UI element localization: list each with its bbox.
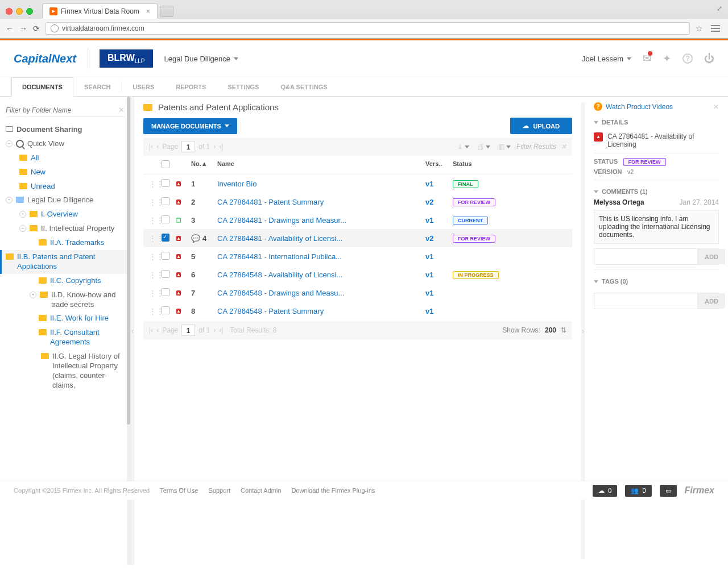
document-version[interactable]: v1 (425, 307, 453, 315)
watch-videos-link[interactable]: ? Watch Product Videos ✕ (594, 102, 719, 111)
add-comment-button[interactable]: ADD (697, 249, 725, 264)
col-name[interactable]: Name (217, 160, 425, 169)
document-name[interactable]: CA 27864481 - Drawings and Measur... (217, 216, 425, 225)
window-controls[interactable] (6, 8, 33, 15)
col-no[interactable]: No.▲ (191, 160, 217, 169)
next-page-icon[interactable]: › (213, 143, 216, 151)
table-row[interactable]: ⋮⋮▲1Inventor Biov1FINAL (143, 174, 572, 193)
document-name[interactable]: CA 27864481 - International Publica... (217, 252, 425, 261)
tab-search[interactable]: SEARCH (73, 77, 121, 96)
footer-download-plugins[interactable]: Download the Firmex Plug-ins (292, 487, 375, 494)
user-menu[interactable]: Joel Lessem (582, 55, 631, 63)
browser-menu-icon[interactable] (709, 23, 722, 34)
new-tab-button[interactable] (160, 6, 173, 17)
sidebar-patents[interactable]: II.B. Patents and Patent Applications (0, 250, 130, 274)
add-comment-input[interactable] (594, 249, 697, 264)
row-checkbox[interactable] (162, 306, 169, 314)
row-checkbox[interactable] (162, 215, 169, 223)
prev-page-icon[interactable]: ‹ (156, 143, 159, 151)
row-checkbox[interactable] (162, 288, 169, 296)
upload-button[interactable]: UPLOAD (510, 118, 572, 134)
columns-menu[interactable]: ▥ (498, 143, 511, 151)
expand-icon[interactable]: + (19, 211, 26, 218)
row-checkbox[interactable] (162, 197, 169, 205)
footer-terms[interactable]: Terms Of Use (160, 487, 198, 494)
manage-documents-button[interactable]: MANAGE DOCUMENTS (143, 118, 237, 134)
stepper-icon[interactable]: ⇅ (561, 326, 566, 334)
close-window-icon[interactable] (6, 8, 13, 15)
table-row[interactable]: ⋮⋮▲6CA 27864548 - Availability of Licens… (143, 265, 572, 284)
filter-results-input[interactable]: Filter Results (516, 143, 556, 151)
row-checkbox[interactable] (162, 179, 169, 187)
comments-section-header[interactable]: COMMENTS (1) (594, 185, 719, 198)
tab-qa-settings[interactable]: Q&A SETTINGS (270, 77, 338, 96)
footer-contact-admin[interactable]: Contact Admin (241, 487, 282, 494)
col-version[interactable]: Vers.. (425, 160, 453, 169)
row-checkbox[interactable] (162, 252, 169, 260)
collapse-icon[interactable]: − (6, 140, 13, 147)
tools-icon[interactable]: ✦ (663, 52, 671, 65)
forward-button[interactable]: → (19, 24, 27, 33)
sidebar-consultant-agreements[interactable]: II.F. Consultant Agreements (0, 326, 130, 350)
row-checkbox[interactable] (162, 234, 169, 242)
footer-support[interactable]: Support (208, 487, 230, 494)
upload-queue-badge[interactable]: ☁ 0 (593, 485, 617, 497)
print-menu[interactable]: 🖨 (477, 143, 490, 151)
add-tag-input[interactable] (594, 293, 697, 309)
sidebar-qv-all[interactable]: All (0, 151, 130, 165)
prev-page-icon[interactable]: ‹ (156, 326, 159, 334)
site-info-icon[interactable] (51, 24, 59, 32)
minimize-window-icon[interactable] (16, 8, 23, 15)
page-number-input[interactable]: 1 (181, 325, 195, 336)
document-version[interactable]: v2 (425, 198, 453, 206)
filter-folder-input[interactable] (6, 106, 118, 114)
document-version[interactable]: v1 (425, 180, 453, 188)
clear-filter-icon[interactable]: ✕ (118, 106, 125, 114)
page-number-input[interactable]: 1 (181, 141, 195, 152)
table-row[interactable]: ⋮⋮▣3CA 27864481 - Drawings and Measur...… (143, 211, 572, 229)
document-version[interactable]: v1 (425, 289, 453, 297)
close-watch-icon[interactable]: ✕ (713, 103, 719, 111)
footer-widget[interactable]: ▭ (660, 485, 677, 497)
show-rows-select[interactable]: 200 (545, 326, 556, 334)
document-name[interactable]: Inventor Bio (217, 180, 425, 188)
sidebar-document-sharing[interactable]: Document Sharing (0, 123, 130, 137)
select-all-checkbox[interactable] (162, 160, 169, 168)
help-icon[interactable]: ? (682, 53, 693, 64)
sidebar-legal-due-diligence[interactable]: −Legal Due Diligence (0, 193, 130, 207)
sidebar-overview[interactable]: +I. Overview (0, 207, 130, 222)
clear-filter-results-icon[interactable]: ✕ (561, 143, 566, 151)
table-row[interactable]: ⋮⋮▲8CA 27864548 - Patent Summaryv1 (143, 302, 572, 320)
sidebar-trademarks[interactable]: II.A. Trademarks (0, 236, 130, 250)
maximize-window-icon[interactable] (26, 8, 33, 15)
document-version[interactable]: v1 (425, 216, 453, 225)
sidebar-legal-history[interactable]: II.G. Legal History of Intellectual Prop… (0, 350, 130, 393)
table-row[interactable]: ⋮⋮▲5CA 27864481 - International Publica.… (143, 247, 572, 265)
project-selector[interactable]: Legal Due Diligence (164, 55, 238, 63)
table-row[interactable]: ⋮⋮▲2CA 27864481 - Patent Summaryv2FOR RE… (143, 193, 572, 211)
details-section-header[interactable]: DETAILS (594, 115, 719, 129)
tags-section-header[interactable]: TAGS (0) (594, 275, 719, 288)
document-name[interactable]: CA 27864481 - Patent Summary (217, 198, 425, 206)
col-status[interactable]: Status (453, 160, 521, 169)
sidebar-qv-new[interactable]: New (0, 165, 130, 180)
enter-fullscreen-icon[interactable]: ⤢ (717, 5, 722, 13)
tab-reports[interactable]: REPORTS (165, 77, 217, 96)
first-page-icon[interactable]: |‹ (149, 143, 153, 151)
messages-icon[interactable]: ✉ (643, 52, 651, 65)
pagination-bottom[interactable]: |‹ ‹ Page 1 of 1 › ›| Total Results: 8 (149, 325, 276, 336)
first-page-icon[interactable]: |‹ (149, 326, 153, 334)
logout-icon[interactable]: ⏻ (704, 53, 714, 65)
document-name[interactable]: CA 27864548 - Patent Summary (217, 307, 425, 315)
collapse-icon[interactable]: − (6, 197, 13, 203)
last-page-icon[interactable]: ›| (219, 143, 223, 151)
document-name[interactable]: CA 27864548 - Drawings and Measu... (217, 289, 425, 297)
close-tab-icon[interactable]: × (146, 7, 150, 15)
table-row[interactable]: ⋮⋮▲💬4CA 27864481 - Availability of Licen… (143, 229, 572, 247)
export-menu[interactable]: ⤓ (457, 143, 469, 151)
tab-settings[interactable]: SETTINGS (217, 77, 270, 96)
tab-documents[interactable]: DOCUMENTS (11, 77, 73, 97)
browser-tab[interactable]: Firmex Virtual Data Room × (42, 3, 158, 19)
address-bar[interactable]: virtualdataroom.firmex.com (46, 22, 690, 35)
bookmark-icon[interactable]: ☆ (696, 24, 703, 33)
